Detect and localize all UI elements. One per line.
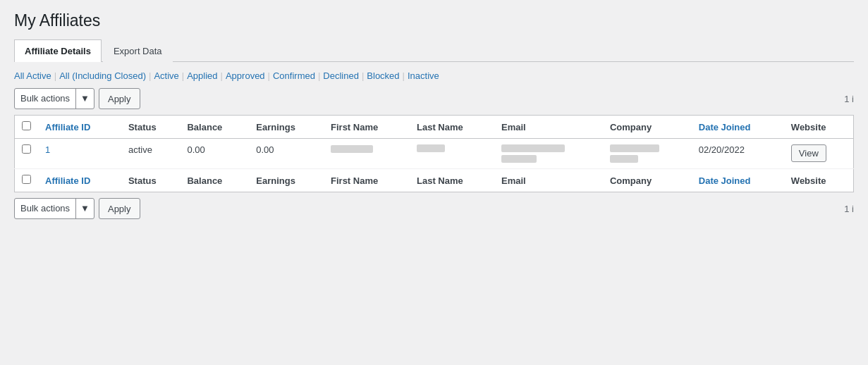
col-header-email: Email — [494, 116, 603, 139]
footer-col-header-earnings: Earnings — [249, 169, 324, 192]
col-header-balance: Balance — [180, 116, 249, 139]
bulk-actions-dropdown[interactable]: Bulk actions ▼ — [14, 88, 94, 109]
col-header-website: Website — [784, 116, 854, 139]
top-toolbar: Bulk actions ▼ Apply 1 i — [14, 88, 854, 109]
filter-approved[interactable]: Approved — [226, 70, 265, 81]
col-header-company: Company — [603, 116, 692, 139]
select-all-checkbox[interactable] — [22, 121, 31, 130]
filter-sep-6: | — [318, 70, 320, 81]
bottom-bulk-actions-arrow-icon[interactable]: ▼ — [75, 199, 94, 218]
filter-declined[interactable]: Declined — [323, 70, 359, 81]
row-date-joined: 02/20/2022 — [692, 139, 784, 169]
first-name-blurred — [331, 145, 373, 153]
affiliates-table: Affiliate ID Status Balance Earnings Fir… — [14, 115, 854, 192]
filter-links: All Active | All (Including Closed) | Ac… — [14, 70, 854, 81]
table-footer-header-row: Affiliate ID Status Balance Earnings Fir… — [15, 169, 854, 192]
footer-col-header-affiliate-id[interactable]: Affiliate ID — [38, 169, 121, 192]
col-header-date-joined[interactable]: Date Joined — [692, 116, 784, 139]
footer-col-header-company: Company — [603, 169, 692, 192]
top-count-label: 1 i — [844, 94, 854, 104]
footer-select-all-header[interactable] — [15, 169, 39, 192]
filter-sep-8: | — [403, 70, 405, 81]
footer-col-header-email: Email — [494, 169, 603, 192]
row-email — [494, 139, 603, 169]
col-header-earnings: Earnings — [249, 116, 324, 139]
filter-inactive[interactable]: Inactive — [408, 70, 439, 81]
row-last-name — [410, 139, 494, 169]
filter-sep-2: | — [149, 70, 151, 81]
filter-applied[interactable]: Applied — [187, 70, 217, 81]
footer-col-header-first-name: First Name — [324, 169, 410, 192]
filter-all-including-closed[interactable]: All (Including Closed) — [59, 70, 146, 81]
bottom-toolbar-left: Bulk actions ▼ Apply — [14, 198, 140, 219]
row-website: View — [784, 139, 854, 169]
footer-col-header-status: Status — [121, 169, 181, 192]
filter-active[interactable]: Active — [154, 70, 178, 81]
bulk-actions-arrow-icon[interactable]: ▼ — [75, 89, 94, 109]
footer-col-header-last-name: Last Name — [410, 169, 494, 192]
filter-all-active[interactable]: All Active — [14, 70, 51, 81]
filter-blocked[interactable]: Blocked — [367, 70, 399, 81]
row-checkbox-cell[interactable] — [15, 139, 39, 169]
row-earnings: 0.00 — [249, 139, 324, 169]
row-company — [603, 139, 692, 169]
row-affiliate-id: 1 — [38, 139, 121, 169]
select-all-header[interactable] — [15, 116, 39, 139]
email-blurred-1 — [501, 144, 565, 152]
table-row: 1 active 0.00 0.00 02 — [15, 139, 854, 169]
row-checkbox[interactable] — [22, 144, 31, 154]
top-toolbar-left: Bulk actions ▼ Apply — [14, 88, 140, 109]
filter-sep-7: | — [362, 70, 364, 81]
email-blurred-2 — [501, 155, 537, 163]
view-button[interactable]: View — [791, 144, 826, 162]
filter-sep-1: | — [54, 70, 56, 81]
col-header-status: Status — [121, 116, 181, 139]
company-blurred-2 — [610, 155, 638, 163]
tabs-container: Affiliate Details Export Data — [14, 39, 854, 62]
row-status: active — [121, 139, 181, 169]
row-balance: 0.00 — [180, 139, 249, 169]
apply-button-bottom[interactable]: Apply — [99, 198, 140, 219]
footer-col-header-date-joined[interactable]: Date Joined — [692, 169, 784, 192]
bottom-bulk-actions-label: Bulk actions — [15, 199, 75, 218]
filter-sep-5: | — [268, 70, 270, 81]
filter-confirmed[interactable]: Confirmed — [273, 70, 315, 81]
col-header-first-name: First Name — [324, 116, 410, 139]
footer-select-all-checkbox[interactable] — [22, 175, 31, 184]
apply-button-top[interactable]: Apply — [99, 88, 140, 109]
footer-col-header-website: Website — [784, 169, 854, 192]
col-header-last-name: Last Name — [410, 116, 494, 139]
filter-sep-3: | — [182, 70, 184, 81]
row-first-name — [324, 139, 410, 169]
col-header-affiliate-id[interactable]: Affiliate ID — [38, 116, 121, 139]
footer-col-header-balance: Balance — [180, 169, 249, 192]
company-blurred-1 — [610, 144, 659, 152]
affiliate-id-link[interactable]: 1 — [45, 144, 50, 155]
bottom-toolbar: Bulk actions ▼ Apply 1 i — [14, 198, 854, 219]
bulk-actions-label: Bulk actions — [15, 89, 75, 109]
table-header-row: Affiliate ID Status Balance Earnings Fir… — [15, 116, 854, 139]
last-name-blurred — [417, 144, 445, 152]
bottom-bulk-actions-dropdown[interactable]: Bulk actions ▼ — [14, 198, 94, 219]
tab-affiliate-details[interactable]: Affiliate Details — [14, 39, 102, 62]
filter-sep-4: | — [221, 70, 223, 81]
bottom-count-label: 1 i — [844, 204, 854, 214]
tab-export-data[interactable]: Export Data — [103, 39, 173, 62]
page-title: My Affiliates — [14, 11, 854, 30]
